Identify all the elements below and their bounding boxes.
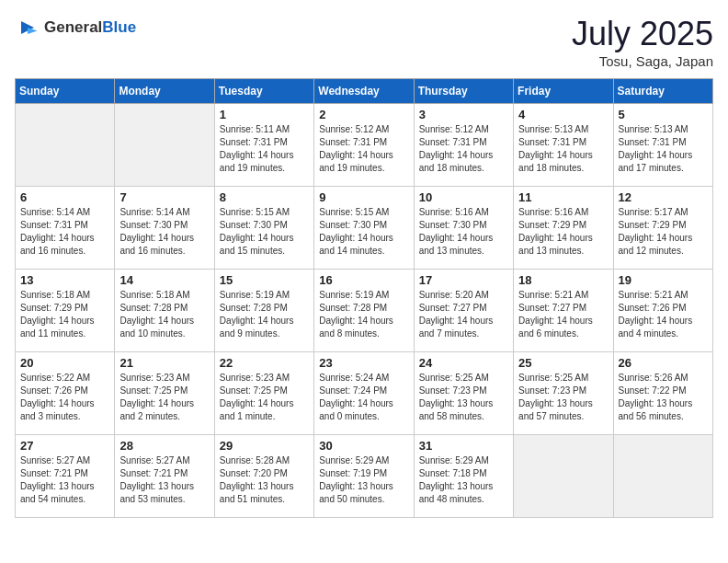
weekday-header-friday: Friday bbox=[514, 79, 613, 104]
calendar-cell: 14 Sunrise: 5:18 AM Sunset: 7:28 PM Dayl… bbox=[115, 270, 214, 352]
cell-sunrise: Sunrise: 5:23 AM bbox=[119, 373, 189, 383]
calendar-cell: 20 Sunrise: 5:22 AM Sunset: 7:26 PM Dayl… bbox=[16, 352, 115, 435]
calendar-cell: 21 Sunrise: 5:23 AM Sunset: 7:25 PM Dayl… bbox=[115, 352, 214, 435]
cell-sunrise: Sunrise: 5:29 AM bbox=[419, 455, 489, 465]
weekday-header-saturday: Saturday bbox=[613, 79, 712, 104]
cell-sunset: Sunset: 7:31 PM bbox=[619, 137, 687, 147]
cell-sunrise: Sunrise: 5:16 AM bbox=[419, 207, 489, 217]
cell-sunrise: Sunrise: 5:11 AM bbox=[220, 124, 290, 134]
weekday-header-thursday: Thursday bbox=[414, 79, 513, 104]
calendar-cell: 30 Sunrise: 5:29 AM Sunset: 7:19 PM Dayl… bbox=[314, 435, 414, 518]
cell-sunset: Sunset: 7:27 PM bbox=[419, 303, 487, 313]
cell-daylight: Daylight: 14 hours and 15 minutes. bbox=[220, 233, 294, 256]
cell-daylight: Daylight: 14 hours and 18 minutes. bbox=[419, 150, 494, 173]
cell-daylight: Daylight: 13 hours and 48 minutes. bbox=[419, 481, 494, 504]
cell-sunrise: Sunrise: 5:21 AM bbox=[619, 290, 688, 300]
cell-sunset: Sunset: 7:31 PM bbox=[319, 137, 387, 147]
calendar-body: 1 Sunrise: 5:11 AM Sunset: 7:31 PM Dayli… bbox=[16, 104, 713, 518]
calendar-cell: 13 Sunrise: 5:18 AM Sunset: 7:29 PM Dayl… bbox=[16, 270, 115, 352]
day-number: 9 bbox=[319, 190, 408, 204]
cell-daylight: Daylight: 14 hours and 2 minutes. bbox=[119, 398, 194, 421]
calendar-cell: 1 Sunrise: 5:11 AM Sunset: 7:31 PM Dayli… bbox=[214, 104, 313, 187]
logo-text: GeneralBlue bbox=[44, 18, 136, 37]
calendar-cell: 16 Sunrise: 5:19 AM Sunset: 7:28 PM Dayl… bbox=[314, 270, 414, 352]
logo-icon bbox=[15, 15, 40, 40]
calendar-cell bbox=[16, 104, 115, 187]
day-number: 13 bbox=[20, 273, 109, 287]
cell-daylight: Daylight: 13 hours and 51 minutes. bbox=[220, 481, 294, 504]
cell-daylight: Daylight: 14 hours and 7 minutes. bbox=[419, 316, 494, 339]
cell-daylight: Daylight: 13 hours and 56 minutes. bbox=[619, 398, 693, 421]
cell-daylight: Daylight: 14 hours and 9 minutes. bbox=[220, 316, 294, 339]
cell-sunset: Sunset: 7:27 PM bbox=[518, 303, 586, 313]
cell-sunset: Sunset: 7:30 PM bbox=[319, 220, 387, 230]
day-number: 5 bbox=[619, 108, 708, 121]
day-number: 12 bbox=[619, 190, 708, 204]
day-number: 6 bbox=[20, 190, 109, 204]
calendar-week-4: 20 Sunrise: 5:22 AM Sunset: 7:26 PM Dayl… bbox=[16, 352, 713, 435]
calendar-cell: 19 Sunrise: 5:21 AM Sunset: 7:26 PM Dayl… bbox=[613, 270, 712, 352]
calendar-cell: 8 Sunrise: 5:15 AM Sunset: 7:30 PM Dayli… bbox=[214, 187, 313, 270]
calendar-cell: 18 Sunrise: 5:21 AM Sunset: 7:27 PM Dayl… bbox=[514, 270, 613, 352]
weekday-header-tuesday: Tuesday bbox=[214, 79, 313, 104]
month-title: July 2025 bbox=[572, 15, 713, 53]
cell-daylight: Daylight: 14 hours and 4 minutes. bbox=[619, 316, 693, 339]
cell-daylight: Daylight: 14 hours and 11 minutes. bbox=[20, 316, 95, 339]
day-number: 28 bbox=[119, 439, 209, 453]
day-number: 15 bbox=[220, 273, 309, 287]
day-number: 26 bbox=[619, 356, 708, 370]
calendar-week-5: 27 Sunrise: 5:27 AM Sunset: 7:21 PM Dayl… bbox=[16, 435, 713, 518]
cell-sunset: Sunset: 7:23 PM bbox=[518, 385, 586, 396]
cell-sunset: Sunset: 7:31 PM bbox=[20, 220, 88, 230]
day-number: 22 bbox=[220, 356, 309, 370]
cell-sunrise: Sunrise: 5:19 AM bbox=[220, 290, 290, 300]
calendar-cell: 3 Sunrise: 5:12 AM Sunset: 7:31 PM Dayli… bbox=[414, 104, 513, 187]
cell-sunset: Sunset: 7:28 PM bbox=[119, 303, 188, 313]
cell-sunrise: Sunrise: 5:21 AM bbox=[518, 290, 588, 300]
cell-sunset: Sunset: 7:29 PM bbox=[20, 303, 88, 313]
cell-sunrise: Sunrise: 5:24 AM bbox=[319, 373, 389, 383]
svg-marker-1 bbox=[28, 28, 38, 34]
cell-sunset: Sunset: 7:29 PM bbox=[619, 220, 687, 230]
cell-sunset: Sunset: 7:31 PM bbox=[518, 137, 586, 147]
day-number: 23 bbox=[319, 356, 408, 370]
cell-sunrise: Sunrise: 5:29 AM bbox=[319, 455, 389, 465]
cell-daylight: Daylight: 14 hours and 14 minutes. bbox=[319, 233, 393, 256]
weekday-header-wednesday: Wednesday bbox=[314, 79, 414, 104]
title-area: July 2025 Tosu, Saga, Japan bbox=[572, 15, 713, 69]
cell-daylight: Daylight: 13 hours and 50 minutes. bbox=[319, 481, 393, 504]
cell-sunrise: Sunrise: 5:25 AM bbox=[518, 373, 588, 383]
cell-daylight: Daylight: 14 hours and 0 minutes. bbox=[319, 398, 393, 421]
cell-daylight: Daylight: 13 hours and 53 minutes. bbox=[119, 481, 194, 504]
cell-sunrise: Sunrise: 5:17 AM bbox=[619, 207, 688, 217]
calendar-cell: 11 Sunrise: 5:16 AM Sunset: 7:29 PM Dayl… bbox=[514, 187, 613, 270]
cell-sunset: Sunset: 7:31 PM bbox=[419, 137, 487, 147]
cell-daylight: Daylight: 14 hours and 10 minutes. bbox=[119, 316, 194, 339]
calendar-cell: 24 Sunrise: 5:25 AM Sunset: 7:23 PM Dayl… bbox=[414, 352, 513, 435]
cell-sunrise: Sunrise: 5:14 AM bbox=[20, 207, 90, 217]
cell-sunrise: Sunrise: 5:28 AM bbox=[220, 455, 290, 465]
cell-sunrise: Sunrise: 5:18 AM bbox=[20, 290, 90, 300]
cell-sunset: Sunset: 7:21 PM bbox=[20, 468, 88, 478]
cell-daylight: Daylight: 14 hours and 19 minutes. bbox=[319, 150, 393, 173]
cell-daylight: Daylight: 14 hours and 13 minutes. bbox=[419, 233, 494, 256]
day-number: 4 bbox=[518, 108, 608, 121]
day-number: 29 bbox=[220, 439, 309, 453]
calendar-cell: 9 Sunrise: 5:15 AM Sunset: 7:30 PM Dayli… bbox=[314, 187, 414, 270]
day-number: 11 bbox=[518, 190, 608, 204]
cell-sunset: Sunset: 7:25 PM bbox=[220, 385, 288, 396]
cell-daylight: Daylight: 13 hours and 57 minutes. bbox=[518, 398, 593, 421]
day-number: 18 bbox=[518, 273, 608, 287]
cell-sunrise: Sunrise: 5:14 AM bbox=[119, 207, 189, 217]
logo: GeneralBlue bbox=[15, 15, 136, 40]
calendar-cell: 26 Sunrise: 5:26 AM Sunset: 7:22 PM Dayl… bbox=[613, 352, 712, 435]
cell-daylight: Daylight: 13 hours and 58 minutes. bbox=[419, 398, 494, 421]
day-number: 31 bbox=[419, 439, 508, 453]
cell-sunrise: Sunrise: 5:26 AM bbox=[619, 373, 688, 383]
cell-sunset: Sunset: 7:26 PM bbox=[20, 385, 88, 396]
cell-sunrise: Sunrise: 5:25 AM bbox=[419, 373, 489, 383]
day-number: 25 bbox=[518, 356, 608, 370]
header: GeneralBlue July 2025 Tosu, Saga, Japan bbox=[15, 15, 713, 69]
calendar-week-1: 1 Sunrise: 5:11 AM Sunset: 7:31 PM Dayli… bbox=[16, 104, 713, 187]
cell-daylight: Daylight: 14 hours and 8 minutes. bbox=[319, 316, 393, 339]
